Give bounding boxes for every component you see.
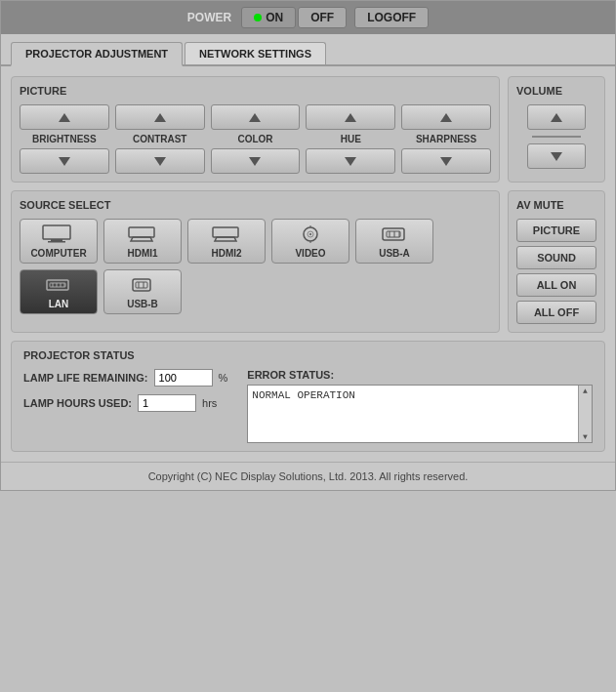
brightness-label: BRIGHTNESS <box>32 134 97 144</box>
sharpness-up-button[interactable] <box>401 104 491 130</box>
footer: Copyright (C) NEC Display Solutions, Ltd… <box>1 462 615 490</box>
svg-rect-3 <box>129 227 154 237</box>
lamp-life-unit: % <box>219 372 228 384</box>
hdmi1-icon <box>123 224 162 245</box>
hdmi1-label: HDMI1 <box>127 248 157 259</box>
tab-bar: PROJECTOR ADJUSTMENT NETWORK SETTINGS <box>1 34 615 66</box>
status-panel-title: PROJECTOR STATUS <box>23 349 593 361</box>
error-label: ERROR STATUS: <box>247 369 593 381</box>
svg-rect-10 <box>383 228 404 240</box>
arrow-down-icon <box>154 157 166 166</box>
source-panel: SOURCE SELECT COMPUTER <box>11 190 500 333</box>
source-panel-title: SOURCE SELECT <box>20 199 491 211</box>
top-row: PICTURE BRIGHTNESS <box>11 76 605 183</box>
lan-icon <box>39 274 78 296</box>
svg-rect-2 <box>48 241 65 243</box>
tab-network-settings[interactable]: NETWORK SETTINGS <box>185 42 326 64</box>
volume-up-button[interactable] <box>527 104 586 130</box>
source-hdmi2-button[interactable]: HDMI2 <box>187 219 266 264</box>
av-mute-all-off-button[interactable]: ALL OFF <box>516 301 596 324</box>
av-mute-panel-title: AV MUTE <box>516 199 596 211</box>
power-on-indicator <box>254 14 262 21</box>
contrast-up-button[interactable] <box>115 104 205 130</box>
contrast-label: CONTRAST <box>133 134 187 144</box>
volume-controls <box>516 104 596 169</box>
computer-icon <box>39 224 78 245</box>
arrow-up-icon <box>154 113 166 122</box>
hue-label: HUE <box>341 134 361 144</box>
brightness-up-button[interactable] <box>20 104 109 130</box>
lamp-hours-unit: hrs <box>202 397 217 409</box>
av-mute-buttons: PICTURE SOUND ALL ON ALL OFF <box>516 219 596 324</box>
lamp-life-label: LAMP LIFE REMAINING: <box>23 372 148 384</box>
av-mute-panel: AV MUTE PICTURE SOUND ALL ON ALL OFF <box>508 190 605 333</box>
power-bar: POWER ON OFF LOGOFF <box>1 1 615 34</box>
svg-rect-22 <box>136 282 147 288</box>
tab-projector-adjustment[interactable]: PROJECTOR ADJUSTMENT <box>11 42 183 66</box>
sharpness-label: SHARPNESS <box>416 134 476 144</box>
volume-down-button[interactable] <box>527 143 586 169</box>
picture-panel-title: PICTURE <box>20 85 491 97</box>
hue-up-button[interactable] <box>306 104 395 130</box>
sharpness-control: SHARPNESS <box>401 104 491 174</box>
hue-control: HUE <box>306 104 395 174</box>
power-on-button[interactable]: ON <box>241 7 296 28</box>
lamp-hours-input[interactable] <box>138 394 196 412</box>
source-computer-button[interactable]: COMPUTER <box>20 219 98 264</box>
lamp-hours-label: LAMP HOURS USED: <box>23 397 132 409</box>
av-mute-all-on-button[interactable]: ALL ON <box>516 273 596 297</box>
status-body: LAMP LIFE REMAINING: % LAMP HOURS USED: … <box>23 369 593 443</box>
svg-rect-11 <box>387 231 400 237</box>
lan-label: LAN <box>49 299 69 309</box>
source-usbb-button[interactable]: USB-B <box>103 269 182 314</box>
picture-controls: BRIGHTNESS CONTRAST <box>20 104 491 174</box>
mid-row: SOURCE SELECT COMPUTER <box>11 190 605 333</box>
source-lan-button[interactable]: LAN <box>20 269 98 314</box>
source-video-button[interactable]: VIDEO <box>271 219 349 264</box>
usba-icon <box>375 224 414 245</box>
arrow-down-icon <box>249 157 261 166</box>
status-left: LAMP LIFE REMAINING: % LAMP HOURS USED: … <box>23 369 227 412</box>
picture-panel: PICTURE BRIGHTNESS <box>11 76 500 183</box>
arrow-up-icon <box>59 113 70 122</box>
source-hdmi1-button[interactable]: HDMI1 <box>103 219 182 264</box>
footer-text: Copyright (C) NEC Display Solutions, Ltd… <box>148 470 469 482</box>
status-panel: PROJECTOR STATUS LAMP LIFE REMAINING: % … <box>11 341 605 452</box>
computer-label: COMPUTER <box>30 248 86 259</box>
lamp-life-input[interactable] <box>154 369 213 387</box>
brightness-down-button[interactable] <box>20 148 109 174</box>
av-mute-picture-button[interactable]: PICTURE <box>516 219 596 242</box>
error-box: NORMAL OPERATION ▲ ▼ <box>247 385 593 443</box>
status-right: ERROR STATUS: NORMAL OPERATION ▲ ▼ <box>247 369 593 443</box>
source-usba-button[interactable]: USB-A <box>355 219 433 264</box>
logoff-button[interactable]: LOGOFF <box>354 7 429 28</box>
color-label: COLOR <box>237 134 272 144</box>
av-mute-sound-button[interactable]: SOUND <box>516 246 596 269</box>
scroll-up-icon[interactable]: ▲ <box>583 387 588 395</box>
content-area: PICTURE BRIGHTNESS <box>1 66 615 462</box>
svg-rect-1 <box>51 239 62 241</box>
power-label: POWER <box>187 11 231 24</box>
svg-rect-4 <box>213 227 238 237</box>
brightness-control: BRIGHTNESS <box>20 104 109 174</box>
lamp-life-row: LAMP LIFE REMAINING: % <box>23 369 227 387</box>
color-down-button[interactable] <box>211 148 301 174</box>
arrow-up-icon <box>440 113 452 122</box>
contrast-down-button[interactable] <box>115 148 205 174</box>
color-up-button[interactable] <box>211 104 301 130</box>
source-grid: COMPUTER HDMI1 <box>20 219 491 314</box>
arrow-down-icon <box>59 157 70 166</box>
arrow-down-icon <box>551 152 562 161</box>
volume-panel-title: VOLUME <box>516 85 596 97</box>
color-control: COLOR <box>211 104 301 174</box>
error-scrollbar: ▲ ▼ <box>578 386 592 442</box>
hue-down-button[interactable] <box>306 148 395 174</box>
arrow-up-icon <box>249 113 261 122</box>
power-off-button[interactable]: OFF <box>298 7 347 28</box>
sharpness-down-button[interactable] <box>401 148 491 174</box>
scroll-down-icon[interactable]: ▼ <box>583 432 588 441</box>
lamp-hours-row: LAMP HOURS USED: hrs <box>23 394 227 412</box>
error-value: NORMAL OPERATION <box>252 389 355 401</box>
arrow-down-icon <box>440 157 452 166</box>
usbb-label: USB-B <box>127 299 158 309</box>
